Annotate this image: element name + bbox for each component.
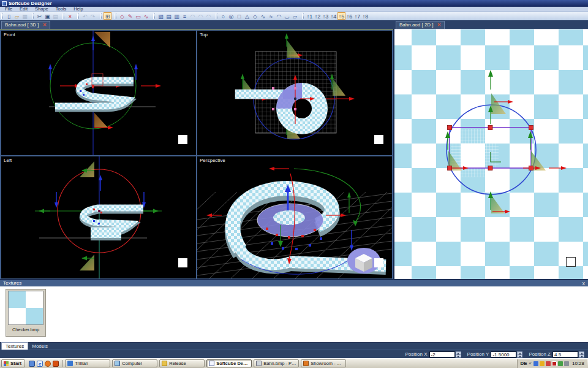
tab-models[interactable]: Models: [28, 343, 51, 350]
viewport-maximize-button[interactable]: [374, 258, 383, 267]
viewport-left[interactable]: Left: [1, 156, 196, 278]
close-tab-icon[interactable]: ✕: [437, 21, 442, 29]
show-desktop-icon[interactable]: [29, 361, 35, 367]
menu-edit[interactable]: Edit: [16, 7, 31, 12]
texture-item[interactable]: Checker.bmp: [6, 289, 46, 337]
arc-up-tool-icon[interactable]: ◠: [275, 12, 283, 20]
computer-icon: [115, 361, 120, 366]
position-x-input[interactable]: -2: [429, 351, 455, 358]
menu-tools[interactable]: Tools: [52, 7, 70, 12]
task-computer[interactable]: Computer: [112, 359, 157, 367]
tab-bahn-3d[interactable]: Bahn.aod [ 3D ] ✕: [1, 21, 50, 29]
view-preset-3-icon[interactable]: ↑3: [322, 12, 330, 20]
task-trillian[interactable]: Trillian: [65, 359, 110, 367]
start-button[interactable]: Start: [1, 359, 25, 367]
rect-tool-icon[interactable]: ▭: [134, 12, 142, 20]
tray-icons: [533, 361, 569, 366]
shape-sphere-icon[interactable]: ○: [219, 12, 227, 20]
chevron-icon[interactable]: «: [529, 361, 532, 366]
menu-file[interactable]: File: [1, 7, 16, 12]
view-preset-4-icon[interactable]: ↑4: [330, 12, 337, 20]
pen-tool-icon[interactable]: ✎: [126, 12, 134, 20]
viewport-maximize-button[interactable]: [178, 135, 187, 144]
align-tool-icon[interactable]: ≡: [181, 12, 189, 20]
array-tool-icon[interactable]: ▤: [165, 12, 173, 20]
mirror-tool-icon[interactable]: ▥: [173, 12, 181, 20]
internet-explorer-icon[interactable]: e: [37, 361, 43, 367]
app-icon: [2, 1, 7, 6]
volume-icon[interactable]: [564, 361, 569, 366]
close-panel-icon[interactable]: x: [582, 280, 586, 286]
toolbar-grip: [1, 13, 3, 19]
network-icon[interactable]: [558, 361, 563, 366]
wave-tool-icon[interactable]: ∿: [259, 12, 267, 20]
save-file-icon: ▦: [21, 12, 29, 20]
polygon-tool-icon[interactable]: ◇: [118, 12, 126, 20]
viewport-front[interactable]: Front: [1, 31, 196, 155]
curve-tool-icon[interactable]: ∿: [142, 12, 150, 20]
shield-icon[interactable]: [533, 361, 538, 366]
task-label: Trillian: [75, 361, 88, 366]
shape-prism-icon[interactable]: ◇: [251, 12, 259, 20]
position-y-input[interactable]: -1.5000: [491, 351, 516, 358]
position-x-label: Position X: [405, 351, 428, 357]
plane-tool-icon[interactable]: ▱: [291, 12, 299, 20]
left-viewport-canvas[interactable]: [1, 156, 196, 278]
shape-torus-icon[interactable]: ◎: [227, 12, 235, 20]
tab-bahn-2d[interactable]: Bahn.aod [ 2D ] ✕: [396, 21, 445, 29]
cut-icon[interactable]: ✂: [36, 12, 43, 20]
close-tab-icon[interactable]: ✕: [43, 21, 47, 29]
top-viewport-canvas[interactable]: [197, 31, 392, 155]
view-preset-5-icon[interactable]: ↑5: [337, 12, 345, 20]
viewport-perspective[interactable]: Perspective: [197, 156, 392, 278]
view-preset-6-icon[interactable]: ↑6: [345, 12, 353, 20]
viewport-maximize-button[interactable]: [178, 258, 187, 267]
extrude-tool-icon[interactable]: ▧: [157, 12, 165, 20]
shape-cone-icon[interactable]: △: [243, 12, 251, 20]
position-z-spinner[interactable]: [579, 351, 584, 358]
update-icon[interactable]: [540, 361, 545, 366]
tab-textures[interactable]: Textures: [1, 342, 28, 350]
task-showroom[interactable]: Showroom - Aktuelle Arb...: [301, 359, 346, 367]
position-y-spin-down[interactable]: [517, 355, 522, 358]
view-preset-8-icon[interactable]: ↑8: [361, 12, 369, 20]
front-viewport-canvas[interactable]: [1, 31, 196, 155]
messenger-icon[interactable]: [546, 361, 551, 366]
task-release[interactable]: Release: [159, 359, 205, 367]
position-x-spinner[interactable]: [456, 351, 461, 358]
copy-icon[interactable]: ▣: [43, 12, 51, 20]
language-indicator[interactable]: DE: [520, 361, 527, 366]
smooth-tool-icon[interactable]: ≈: [267, 12, 275, 20]
3d-document-window: Front: [0, 29, 393, 279]
task-paint[interactable]: Bahn.bmp - Paint: [254, 359, 299, 367]
grid-layout-icon[interactable]: ⊞: [104, 12, 111, 20]
2d-canvas[interactable]: [394, 29, 588, 279]
position-y-spinner[interactable]: [517, 351, 522, 358]
shape-box-icon[interactable]: □: [235, 12, 243, 20]
position-x-spin-down[interactable]: [456, 355, 461, 358]
viewport-maximize-button[interactable]: [566, 257, 576, 267]
menu-help[interactable]: Help: [70, 7, 86, 12]
open-folder-icon[interactable]: ▱: [13, 12, 21, 20]
position-z-input[interactable]: 4.5: [552, 351, 578, 358]
perspective-viewport-canvas[interactable]: [197, 156, 392, 278]
new-file-icon[interactable]: ▯: [5, 12, 13, 20]
view-preset-2-icon[interactable]: ↑2: [314, 12, 322, 20]
media-player-icon[interactable]: [53, 361, 59, 367]
arc-down-tool-icon[interactable]: ◡: [283, 12, 291, 20]
showroom-icon: [303, 361, 309, 366]
view-preset-7-icon[interactable]: ↑7: [353, 12, 361, 20]
antivirus-icon[interactable]: [552, 361, 557, 366]
viewport-maximize-button[interactable]: [374, 135, 383, 144]
task-softcube[interactable]: Softcube Designer: [206, 359, 252, 367]
arc-tool-2-icon: ◠: [197, 12, 205, 20]
viewport-top[interactable]: Top: [197, 31, 392, 155]
firefox-icon[interactable]: [45, 361, 51, 367]
toolbar-group-1: ▯▱▦: [1, 12, 29, 20]
2d-document-window[interactable]: [394, 29, 588, 279]
view-preset-1-icon[interactable]: ↑1: [306, 12, 314, 20]
menu-shape[interactable]: Shape: [31, 7, 52, 12]
position-z-spin-down[interactable]: [579, 355, 584, 358]
delete-icon[interactable]: ×: [66, 12, 74, 20]
toolbar-group-4: ↶↷: [77, 12, 97, 20]
